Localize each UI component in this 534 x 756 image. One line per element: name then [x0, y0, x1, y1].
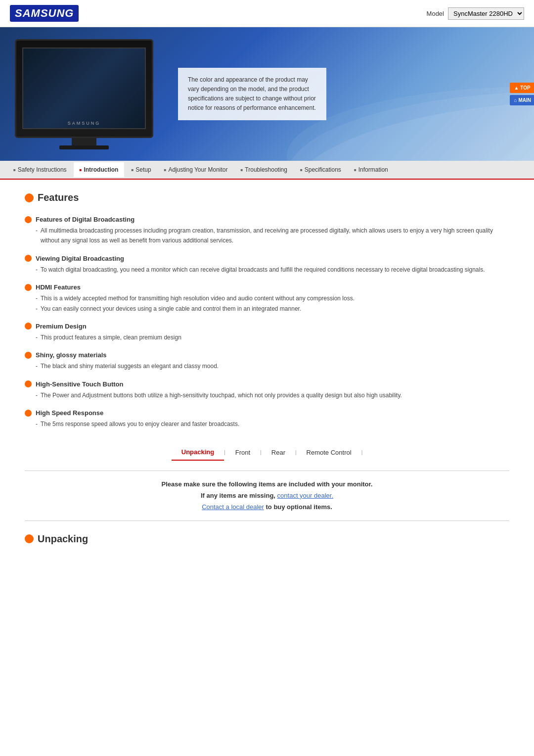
feature-high-speed: High Speed Response The 5ms response spe… [25, 409, 509, 429]
feature-title-high-speed: High Speed Response [25, 409, 509, 417]
main-button[interactable]: ⌂ MAIN [510, 95, 534, 105]
feature-icon-touch-button [25, 380, 32, 387]
model-selector: Model SyncMaster 2280HD [427, 7, 524, 20]
info-box: Please make sure the following items are… [25, 471, 509, 521]
feature-desc-high-speed: The 5ms response speed allows you to enj… [25, 419, 509, 429]
nav-troubleshooting[interactable]: Troubleshooting [235, 162, 293, 177]
feature-desc-shiny: The black and shiny material suggests an… [25, 361, 509, 371]
contact-dealer-link[interactable]: contact your dealer. [277, 492, 333, 499]
product-banner: SAMSUNG The color and appearance of the … [0, 27, 534, 161]
page-header: SAMSUNG Model SyncMaster 2280HD [0, 0, 534, 27]
feature-title-touch-button: High-Sensitive Touch Button [25, 380, 509, 388]
nav-adjusting-monitor[interactable]: Adjusting Your Monitor [158, 162, 234, 177]
feature-icon-hdmi [25, 284, 32, 291]
feature-premium-design: Premium Design This product features a s… [25, 323, 509, 342]
info-line-1: Please make sure the following items are… [32, 478, 502, 490]
info-line-3: Contact a local dealer to buy optional i… [32, 501, 502, 513]
nav-setup[interactable]: Setup [125, 162, 157, 177]
nav-specifications[interactable]: Specifications [294, 162, 347, 177]
main-content: Features Features of Digital Broadcastin… [0, 180, 534, 569]
feature-title-hdmi: HDMI Features [25, 284, 509, 291]
contact-local-dealer-link[interactable]: Contact a local dealer [202, 503, 264, 511]
nav-introduction[interactable]: Introduction [74, 162, 125, 177]
info-line-2: If any items are missing, contact your d… [32, 490, 502, 501]
feature-icon-viewing-digital [25, 255, 32, 262]
features-list: Features of Digital Broadcasting All mul… [25, 216, 509, 429]
feature-title-viewing-digital: Viewing Digital Broadcasting [25, 255, 509, 262]
sub-nav-sep-4: | [361, 450, 363, 455]
feature-icon-digital-broadcasting [25, 216, 32, 223]
feature-desc-digital-broadcasting: All multimedia broadcasting processes in… [25, 226, 509, 246]
feature-desc-hdmi: This is a widely accepted method for tra… [25, 293, 509, 314]
feature-title-premium-design: Premium Design [25, 323, 509, 330]
sub-nav-rear[interactable]: Rear [262, 445, 295, 460]
sub-navigation: Unpacking | Front | Rear | Remote Contro… [25, 444, 509, 461]
feature-touch-button: High-Sensitive Touch Button The Power an… [25, 380, 509, 400]
feature-title-digital-broadcasting: Features of Digital Broadcasting [25, 216, 509, 223]
unpacking-title-text: Unpacking [38, 533, 88, 545]
nav-information[interactable]: Information [348, 162, 394, 177]
sub-nav-unpacking[interactable]: Unpacking [172, 444, 224, 461]
main-icon: ⌂ [514, 97, 517, 103]
model-dropdown[interactable]: SyncMaster 2280HD [448, 7, 524, 20]
unpacking-title-icon [25, 534, 34, 543]
sub-nav-front[interactable]: Front [225, 445, 260, 460]
top-button[interactable]: ▲ TOP [510, 83, 534, 93]
banner-text: The color and appearance of the product … [188, 76, 316, 112]
feature-icon-premium-design [25, 323, 32, 330]
feature-title-shiny: Shiny, glossy materials [25, 351, 509, 359]
unpacking-section: Unpacking [25, 533, 509, 545]
unpacking-section-title: Unpacking [25, 533, 509, 545]
features-title-text: Features [38, 192, 79, 203]
features-title-icon [25, 193, 34, 202]
main-label: MAIN [518, 97, 531, 103]
feature-desc-viewing-digital: To watch digital broadcasting, you need … [25, 265, 509, 275]
samsung-logo: SAMSUNG [10, 5, 79, 22]
feature-icon-high-speed [25, 410, 32, 417]
navigation-bar: Safety Instructions Introduction Setup A… [0, 161, 534, 180]
nav-safety-instructions[interactable]: Safety Instructions [7, 162, 73, 177]
banner-text-box: The color and appearance of the product … [178, 68, 326, 121]
monitor-illustration: SAMSUNG [15, 39, 153, 149]
feature-shiny: Shiny, glossy materials The black and sh… [25, 351, 509, 371]
feature-desc-premium-design: This product features a simple, clean pr… [25, 332, 509, 342]
top-label: TOP [520, 85, 530, 91]
model-label: Model [427, 10, 444, 17]
feature-icon-shiny [25, 352, 32, 359]
feature-desc-touch-button: The Power and Adjustment buttons both ut… [25, 390, 509, 400]
sub-nav-remote-control[interactable]: Remote Control [297, 445, 361, 460]
features-section-title: Features [25, 192, 509, 203]
feature-viewing-digital: Viewing Digital Broadcasting To watch di… [25, 255, 509, 275]
feature-digital-broadcasting: Features of Digital Broadcasting All mul… [25, 216, 509, 246]
top-arrow-icon: ▲ [514, 85, 519, 91]
side-buttons-container: ▲ TOP ⌂ MAIN [510, 83, 534, 105]
feature-hdmi: HDMI Features This is a widely accepted … [25, 284, 509, 314]
